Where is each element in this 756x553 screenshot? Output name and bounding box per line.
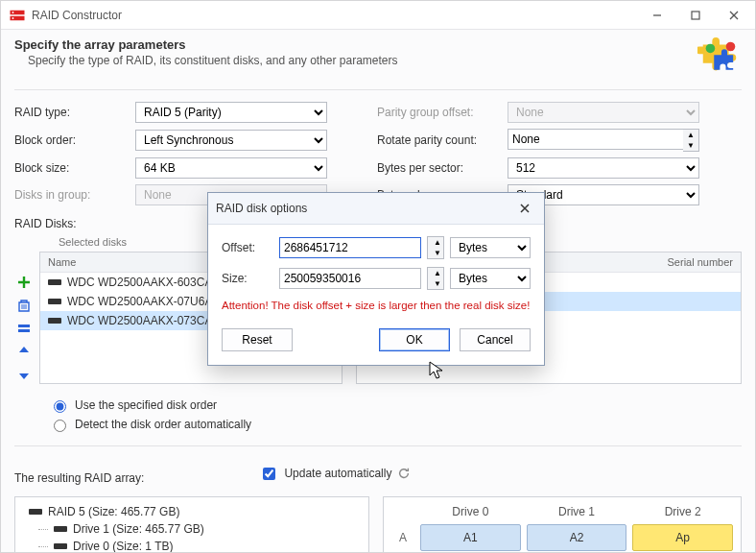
disk-name: WDC WD2500AAKX-603CA0 [67,276,219,289]
update-automatically-checkbox[interactable]: Update automatically [259,465,411,483]
offset-step-up-button[interactable]: ▲ [428,237,443,248]
use-specified-order-radio[interactable]: Use the specified disk order [49,397,742,413]
dialog-titlebar: RAID disk options [208,193,544,225]
size-unit-select[interactable]: Bytes [450,268,531,289]
titlebar: RAID Constructor [1,1,755,30]
disk-tool-column [14,252,34,384]
reset-button[interactable]: Reset [222,328,293,351]
move-up-icon[interactable] [14,342,34,361]
disk-name: WDC WD2500AAKX-07U6AA0 [67,295,226,308]
disk-icon [54,543,67,549]
add-disk-icon[interactable] [14,273,34,292]
bytes-per-sector-label: Bytes per sector: [377,161,502,175]
radio-label: Use the specified disk order [75,398,217,412]
tree-label: RAID 5 (Size: 465.77 GB) [48,505,179,518]
size-step-down-button[interactable]: ▼ [428,278,443,289]
raid-icon [29,509,42,515]
map-row-label: A [391,531,414,544]
svg-point-2 [12,12,14,13]
size-label: Size: [222,272,273,285]
size-field[interactable] [279,268,421,289]
disk-options-icon[interactable] [14,319,34,338]
checkbox-label: Update automatically [284,467,391,480]
disk-icon [48,299,61,304]
remove-disk-icon[interactable] [14,296,34,315]
tree-root[interactable]: RAID 5 (Size: 465.77 GB) [21,503,363,520]
parity-group-offset-select: None [508,102,699,123]
tree-item[interactable]: Drive 0 (Size: 1 TB) [21,538,363,552]
raid-block-map: Drive 0 Drive 1 Drive 2 A A1 A2 Ap B B2 … [383,496,742,552]
result-area: RAID 5 (Size: 465.77 GB) Drive 1 (Size: … [14,496,742,552]
svg-point-3 [12,17,14,19]
rotate-parity-count-stepper[interactable]: ▲▼ [508,129,699,152]
offset-unit-select[interactable]: Bytes [450,237,531,258]
page-header: Specify the array parameters Specify the… [14,36,742,80]
name-column-header: Name [40,252,83,272]
map-header: Drive 2 [632,505,733,518]
cancel-button[interactable]: Cancel [460,328,531,351]
detect-order-auto-radio[interactable]: Detect the disk order automatically [49,417,742,432]
warning-text: Attention! The disk offset + size is lar… [222,300,531,311]
svg-rect-4 [692,12,699,19]
bytes-per-sector-select[interactable]: 512 [508,157,699,179]
tree-item[interactable]: Drive 1 (Size: 465.77 GB) [21,520,363,538]
stepper-down-button[interactable]: ▼ [683,140,698,151]
tree-label: Drive 0 (Size: 1 TB) [73,540,173,552]
rotate-parity-count-field[interactable] [508,129,683,150]
offset-step-down-button[interactable]: ▼ [428,248,443,258]
stepper-up-button[interactable]: ▲ [683,130,698,140]
map-header: Drive 0 [420,505,521,518]
dialog-close-button[interactable] [513,199,536,218]
disk-icon [48,279,61,285]
rotate-parity-count-label: Rotate parity count: [377,133,502,147]
disk-icon [54,526,67,532]
radio-label: Detect the disk order automatically [75,418,251,431]
resulting-array-label: The resulting RAID array: [14,471,144,485]
size-step-up-button[interactable]: ▲ [428,268,443,278]
raid-type-select[interactable]: RAID 5 (Parity) [135,102,327,123]
svg-point-5 [706,44,716,54]
window-close-button[interactable] [715,2,753,29]
parity-group-offset-label: Parity group offset: [377,106,502,119]
offset-field[interactable] [279,237,421,258]
window-minimize-button[interactable] [638,2,676,29]
map-cell: A2 [527,524,627,551]
window-maximize-button[interactable] [676,2,715,29]
raid-tree[interactable]: RAID 5 (Size: 465.77 GB) Drive 1 (Size: … [14,496,369,552]
page-title: Specify the array parameters [14,37,688,52]
dialog-title: RAID disk options [216,202,513,215]
map-header: Drive 1 [527,505,627,518]
map-cell-parity: Ap [632,524,733,551]
tree-label: Drive 1 (Size: 465.77 GB) [73,522,204,536]
block-order-select[interactable]: Left Synchronous [135,130,327,151]
disk-name: WDC WD2500AAKX-073CA1 [67,314,219,327]
svg-point-6 [726,42,736,52]
block-order-label: Block order: [14,133,130,147]
divider [14,89,742,90]
refresh-icon[interactable] [397,467,411,480]
raid-disk-options-dialog: RAID disk options Offset: ▲ ▼ Bytes Size… [207,192,545,366]
ok-button[interactable]: OK [379,328,450,351]
offset-label: Offset: [222,241,273,254]
map-cell: A1 [420,524,521,551]
window-title: RAID Constructor [32,9,638,22]
divider [14,445,742,446]
block-size-label: Block size: [14,161,130,175]
raid-type-label: RAID type: [14,106,130,119]
disk-icon [48,318,61,324]
parameter-form: RAID type: RAID 5 (Parity) Parity group … [14,102,742,205]
svg-rect-8 [18,329,30,332]
page-subtitle: Specify the type of RAID, its constituen… [28,54,688,67]
svg-rect-7 [18,325,30,327]
serial-column-header: Serial number [660,252,741,272]
app-icon [9,7,26,24]
move-down-icon[interactable] [14,365,34,384]
puzzle-icon [697,36,742,80]
disks-in-group-label: Disks in group: [14,188,130,202]
block-size-select[interactable]: 64 KB [135,157,327,179]
